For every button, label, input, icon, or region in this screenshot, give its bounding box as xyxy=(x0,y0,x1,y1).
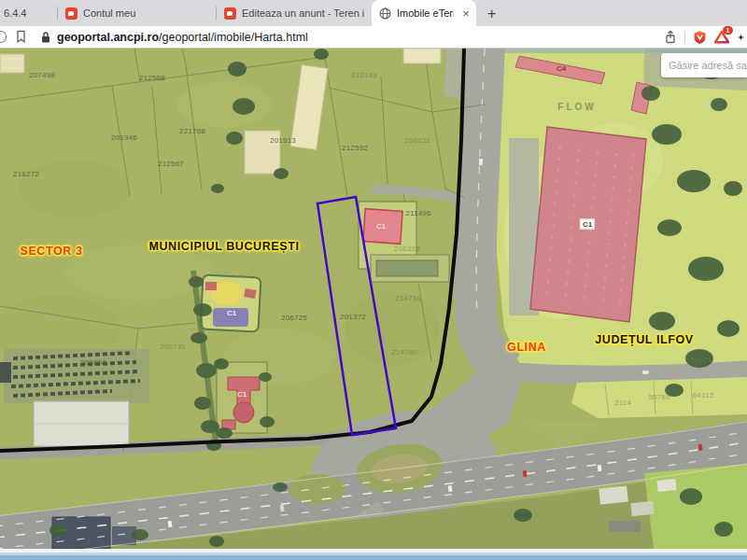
partial-icon xyxy=(0,31,7,43)
address-bar: geoportal.ancpi.ro/geoportal/imobile/Har… xyxy=(0,26,747,49)
tab-contul-meu[interactable]: Contul meu xyxy=(58,0,217,26)
tab-title: Imobile eTerra - Public xyxy=(397,7,454,19)
tab-title: Contul meu xyxy=(83,7,209,19)
tab-editeaza-anunt[interactable]: Editeaza un anunt - Teren intravilan xyxy=(217,0,372,26)
site-favicon xyxy=(65,7,78,20)
tab-imobile-eterra-active[interactable]: Imobile eTerra - Public × xyxy=(372,0,476,26)
map-graphics xyxy=(0,49,747,549)
shield-extension-icon[interactable] xyxy=(693,30,707,45)
lock-icon[interactable] xyxy=(40,31,51,44)
globe-icon xyxy=(379,7,391,20)
browser-tab-bar: 6.4.4 Contul meu Editeaza un anunt - Ter… xyxy=(0,0,747,26)
window-bottom-strip xyxy=(0,549,747,560)
url-path: /geoportal/imobile/Harta.html xyxy=(159,31,308,44)
satellite-map-canvas[interactable]: SECTOR 3MUNICIPIUL BUCUREȘTIGLINAJUDEȚUL… xyxy=(0,49,747,549)
site-favicon xyxy=(224,7,236,20)
toolbar-divider xyxy=(684,31,685,44)
tab-title: 6.4.4 xyxy=(4,7,50,19)
search-input[interactable] xyxy=(661,59,747,72)
tab-title: Editeaza un anunt - Teren intravilan xyxy=(242,7,364,19)
url-text[interactable]: geoportal.ancpi.ro/geoportal/imobile/Har… xyxy=(57,31,308,44)
close-tab-icon[interactable]: × xyxy=(459,7,472,21)
pinwheel-extension-icon[interactable] xyxy=(737,29,745,46)
address-bar-actions: 1 xyxy=(664,29,747,46)
share-icon[interactable] xyxy=(664,30,677,45)
url-domain: geoportal.ancpi.ro xyxy=(57,31,159,44)
new-tab-button[interactable]: + xyxy=(487,7,496,21)
extension-badge: 1 xyxy=(723,26,733,35)
map-search-box[interactable] xyxy=(661,53,747,77)
bookmark-icon[interactable] xyxy=(15,30,27,44)
triangle-extension-icon[interactable]: 1 xyxy=(714,30,729,44)
tab-partial[interactable]: 6.4.4 xyxy=(0,0,58,26)
